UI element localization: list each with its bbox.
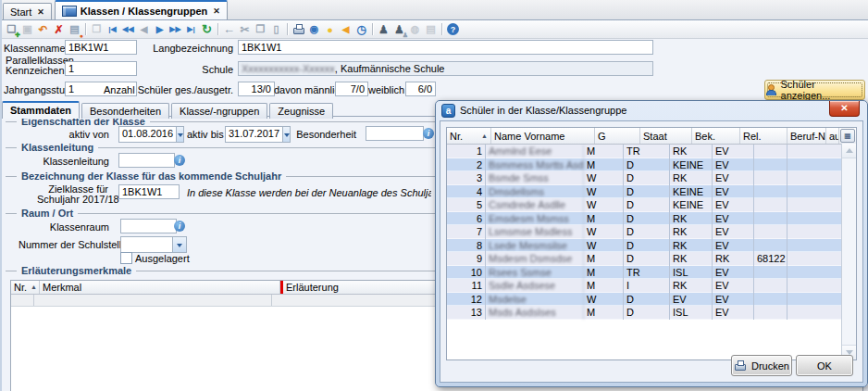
cell-rel: EV	[713, 158, 754, 172]
prev-record-icon[interactable]: ◀	[136, 22, 152, 37]
student-row[interactable]: 12 Msdelse W D EV EV	[447, 293, 856, 307]
col-g[interactable]: G	[595, 128, 640, 144]
zielklasse-input[interactable]: 1BK1W1	[118, 184, 180, 199]
info-icon[interactable]: i	[174, 221, 185, 232]
klassenraum-label: Klassenraum	[37, 221, 109, 233]
next-record-icon[interactable]: ▶	[152, 22, 167, 37]
copy-icon[interactable]: ❐	[253, 22, 268, 37]
aktiv-von-datepicker[interactable]: 01.08.2016	[118, 126, 184, 143]
col-nr[interactable]: Nr. ▲	[11, 281, 40, 294]
col-beruf-nr[interactable]: Beruf-Nr.	[787, 128, 826, 144]
klassenraum-input[interactable]	[120, 219, 177, 233]
col-nr[interactable]: Nr. ▲	[447, 128, 491, 144]
tab-zeugnisse[interactable]: Zeugnisse	[269, 103, 333, 119]
back-arrow-icon[interactable]: ←	[221, 22, 237, 37]
new-record-icon[interactable]: ❏✚	[4, 22, 19, 37]
tab-besonderheiten[interactable]: Besonderheiten	[81, 103, 169, 119]
col-rel[interactable]: Rel.	[740, 128, 787, 144]
refresh-icon[interactable]: ↻	[199, 22, 215, 37]
schulstelle-label: Nummer der Schulstelle	[19, 239, 109, 250]
close-tab-icon[interactable]: ✕	[37, 7, 44, 17]
student-row[interactable]: 2 Bsmmess Msrtts Asdllo M D KEINE EV	[447, 158, 856, 172]
fast-forward-icon[interactable]: ▶▶	[167, 22, 183, 37]
klassenleitung-input[interactable]	[118, 153, 175, 168]
maennlich-field: 7/0	[335, 82, 368, 96]
col-merkmal[interactable]: Merkmal	[40, 281, 280, 294]
vertical-scrollbar[interactable]	[841, 144, 856, 359]
students-icon[interactable]: ♟♟	[391, 22, 407, 37]
fieldset-kommend-legend: Bezeichnung der Klasse für das kommende …	[17, 170, 286, 182]
scroll-up-icon[interactable]	[842, 144, 856, 158]
weiblich-field: 6/0	[405, 82, 436, 96]
fieldset-raum-legend: Raum / Ort	[17, 208, 78, 219]
cell-beruf-nr	[754, 145, 787, 158]
cell-name-redacted: Dmsdellsms	[486, 185, 584, 199]
tab-klassengruppen[interactable]: Klasse/-ngruppen	[171, 103, 267, 119]
student-row[interactable]: 9 Msdesm Dsmsdse M D RK RK 68122	[447, 252, 856, 266]
last-record-icon[interactable]: ▶|	[183, 22, 199, 37]
besonderheit-input[interactable]	[366, 126, 424, 141]
student-icon[interactable]: ♟	[376, 22, 391, 37]
save-icon[interactable]: ▣	[19, 22, 35, 37]
clock-icon[interactable]: ◷	[353, 22, 369, 37]
delete-icon[interactable]: ✗	[51, 22, 67, 37]
notify-icon[interactable]: ◀	[338, 22, 353, 37]
schueler-anzeigen-button[interactable]: Schüler anzeigen...	[764, 80, 865, 100]
student-rows: 1 Ammlnd Eese M TR RK EV 2 Bsmmess Msrtt…	[447, 145, 856, 320]
dialog-titlebar[interactable]: a Schüler in der Klasse/Klassengruppe	[436, 101, 867, 120]
help-icon[interactable]: ?	[447, 23, 459, 35]
paste-icon[interactable]: ▯	[268, 22, 284, 37]
student-row[interactable]: 1 Ammlnd Eese M TR RK EV	[447, 145, 856, 158]
tab-klassen[interactable]: Klassen / Klassengruppen ✕	[55, 0, 228, 19]
student-row[interactable]: 13 Msds Asdslses M D ISL EV	[447, 306, 856, 320]
dialog-close-button[interactable]: ✕	[829, 101, 860, 117]
report-icon[interactable]: ▤	[423, 22, 439, 37]
preview-icon[interactable]: ◉	[306, 22, 322, 37]
klassenname-input[interactable]: 1BK1W1	[65, 40, 137, 55]
print-icon[interactable]	[291, 22, 306, 37]
cut-icon[interactable]: ✂	[237, 22, 253, 37]
edit-table-icon[interactable]: ▤●	[67, 22, 82, 37]
student-row[interactable]: 4 Dmsdellsms W D KEINE EV	[447, 185, 856, 199]
col-staat[interactable]: Staat	[640, 128, 692, 144]
langbezeichnung-input[interactable]: 1BK1W1	[238, 40, 653, 55]
number-icon[interactable]: ◍	[407, 22, 423, 37]
student-row[interactable]: 10 Rsees Ssmse M TR ISL EV	[447, 266, 856, 280]
col-bek[interactable]: Bek.	[692, 128, 740, 144]
col-ausgetr[interactable]: ausgetr.	[826, 128, 839, 144]
tab-start[interactable]: Start ✕	[3, 3, 52, 19]
close-tab-icon[interactable]: ✕	[213, 6, 220, 16]
drucken-label: Drucken	[751, 360, 789, 372]
drucken-button[interactable]: Drucken	[731, 355, 792, 376]
cell-bek: RK	[670, 145, 713, 158]
student-row[interactable]: 6 Emsdesm Msmss M D RK EV	[447, 212, 856, 226]
info-icon[interactable]: i	[174, 155, 185, 166]
ausgelagert-checkbox[interactable]	[120, 252, 132, 264]
cell-staat: TR	[624, 145, 670, 158]
fast-back-icon[interactable]: ◀◀	[120, 22, 136, 37]
cell-rel: EV	[713, 145, 754, 158]
klassenleitung-label: Klassenleitung	[37, 156, 109, 167]
student-row[interactable]: 7 Lsmsmse Msdless W D RK EV	[447, 225, 856, 239]
undo-icon[interactable]: ↶	[35, 22, 51, 37]
toolbar-separator	[287, 23, 288, 35]
cell-name-redacted: Ammlnd Eese	[486, 145, 584, 158]
student-row[interactable]: 5 Csmdrede Asdlle W D KEINE EV	[447, 198, 856, 212]
parallelklassen-input[interactable]: 1	[65, 61, 137, 76]
student-row[interactable]: 3 Bsmde Smss W D RK EV	[447, 171, 856, 185]
tab-stammdaten[interactable]: Stammdaten	[2, 101, 80, 119]
student-row[interactable]: 11 Ssdle Asdsese M I RK EV	[447, 279, 856, 293]
dropdown-arrow-icon[interactable]	[282, 127, 290, 142]
student-row[interactable]: 8 Lsede Mesmsilse W D RK EV	[447, 239, 856, 253]
column-chooser-icon[interactable]: ▦	[840, 129, 855, 143]
dropdown-arrow-icon[interactable]	[172, 237, 186, 252]
info-icon[interactable]: i	[423, 128, 434, 139]
first-record-icon[interactable]: |◀	[105, 22, 120, 37]
col-name-vorname[interactable]: Name Vorname	[491, 128, 595, 144]
aktiv-bis-datepicker[interactable]: 31.07.2017	[225, 126, 291, 143]
copy-record-icon[interactable]: ❐	[89, 22, 105, 37]
hint-icon[interactable]: ●	[322, 22, 338, 37]
schulstelle-select[interactable]	[120, 236, 187, 253]
dropdown-arrow-icon[interactable]	[176, 127, 183, 142]
ok-button[interactable]: OK	[796, 355, 853, 376]
